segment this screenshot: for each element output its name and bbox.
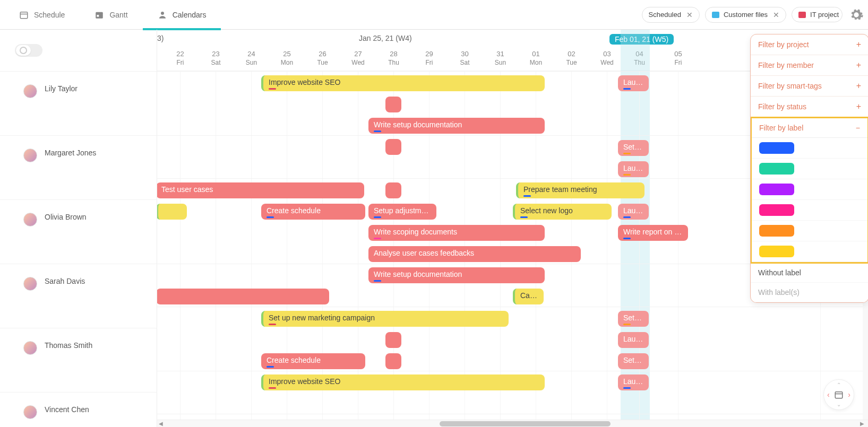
row-divider — [157, 307, 868, 307]
row-divider — [157, 371, 868, 371]
label-color-option[interactable] — [752, 200, 867, 221]
chip-it-project[interactable]: IT project — [792, 7, 843, 22]
chip-customer-files[interactable]: Customer files ✕ — [705, 7, 786, 23]
task-bar[interactable]: Setu… — [618, 140, 649, 156]
task-bar[interactable]: Create schedule — [261, 353, 365, 369]
filter-row[interactable]: Filter by status+ — [751, 97, 868, 117]
label-underline — [269, 324, 276, 325]
task-bar[interactable] — [385, 182, 401, 198]
label-color-option[interactable] — [752, 159, 867, 179]
task-bar[interactable]: Lau… — [618, 374, 649, 390]
plus-icon[interactable]: + — [856, 60, 861, 70]
tab-schedule[interactable]: Schedule — [4, 0, 80, 30]
avatar — [23, 213, 37, 226]
person-row[interactable]: Margaret Jones — [0, 135, 157, 199]
task-bar[interactable]: Setup adjustme… — [368, 204, 436, 220]
label-underline — [520, 216, 528, 218]
briefcase-icon — [798, 12, 806, 18]
label-color-option[interactable] — [752, 221, 867, 241]
plus-icon[interactable]: + — [856, 40, 861, 49]
day-column: 27Wed — [340, 50, 376, 67]
tab-label: Gantt — [109, 11, 127, 19]
task-bar[interactable]: Write setup documentation — [368, 118, 545, 134]
task-bar[interactable]: Lau… — [618, 332, 649, 348]
task-bar[interactable] — [157, 289, 329, 304]
chevron-left-icon[interactable]: ‹ — [827, 390, 830, 399]
color-swatch — [759, 246, 794, 257]
person-row[interactable]: Lily Taylor — [0, 71, 157, 135]
task-bar[interactable]: Create schedule — [261, 204, 365, 220]
grid-line — [571, 71, 572, 420]
topbar: Schedule Gantt Calendars Scheduled ✕ Cus… — [0, 0, 868, 30]
task-bar[interactable]: Setu… — [618, 311, 649, 327]
task-bar[interactable]: Lau… — [618, 75, 649, 91]
task-bar[interactable]: Write report on … — [618, 225, 688, 241]
person-row[interactable]: Vincent Chen — [0, 392, 157, 427]
day-column: 26Tue — [305, 50, 340, 67]
close-icon[interactable]: ✕ — [686, 11, 693, 19]
day-column: 01Mon — [518, 50, 554, 67]
gear-icon[interactable] — [849, 7, 864, 22]
task-bar[interactable]: Lau… — [618, 161, 649, 177]
task-bar[interactable]: Test user cases — [157, 182, 364, 198]
label-underline — [523, 195, 531, 197]
date-nav[interactable]: ⌃ ‹ › ⌄ — [823, 379, 854, 410]
person-row[interactable]: Thomas Smith — [0, 328, 157, 392]
day-column: 22Fri — [162, 50, 198, 67]
task-bar[interactable]: Improve website SEO — [261, 374, 545, 390]
scroll-thumb[interactable] — [440, 421, 611, 426]
chevron-right-icon[interactable]: › — [848, 390, 850, 399]
filter-row[interactable]: Filter by project+ — [751, 34, 868, 55]
plus-icon[interactable]: + — [856, 102, 861, 111]
label-color-option[interactable] — [752, 138, 867, 159]
task-bar[interactable]: Write scoping documents — [368, 225, 545, 241]
chevron-up-icon[interactable]: ⌃ — [837, 382, 841, 388]
horizontal-scrollbar[interactable]: ◀ ▶ — [157, 420, 868, 427]
plus-icon[interactable]: + — [856, 81, 861, 91]
filter-row[interactable]: Filter by member+ — [751, 55, 868, 76]
filter-without-label[interactable]: Without label — [751, 263, 868, 283]
tab-gantt[interactable]: Gantt — [80, 0, 142, 30]
task-bar[interactable]: Set up new marketing campaign — [261, 311, 509, 327]
label-color-option[interactable] — [752, 179, 867, 200]
task-bar[interactable] — [385, 332, 401, 348]
task-bar[interactable]: Lau… — [618, 204, 649, 220]
filter-with-labels[interactable]: With label(s) — [751, 283, 868, 302]
scroll-left-icon[interactable]: ◀ — [159, 421, 165, 427]
chip-scheduled[interactable]: Scheduled ✕ — [642, 7, 700, 23]
task-bar[interactable]: Setu… — [618, 353, 649, 369]
person-row[interactable]: Sarah Davis — [0, 264, 157, 328]
minus-icon[interactable]: − — [856, 124, 860, 132]
calendar-icon — [19, 10, 29, 20]
task-bar[interactable]: Select new logo — [513, 204, 612, 220]
label-underline — [267, 366, 274, 368]
task-bar[interactable] — [385, 139, 401, 155]
filter-label-header[interactable]: Filter by label− — [752, 118, 867, 138]
person-name: Thomas Smith — [45, 341, 92, 350]
row-divider — [157, 414, 868, 414]
task-bar[interactable] — [385, 97, 401, 112]
svg-rect-3 — [97, 15, 99, 17]
person-row[interactable]: Olivia Brown — [0, 199, 157, 264]
briefcase-icon — [712, 12, 719, 18]
label-underline — [374, 216, 381, 218]
task-bar[interactable]: Analyse user cases feedbacks — [368, 246, 581, 262]
task-bar[interactable] — [385, 353, 401, 369]
close-icon[interactable]: ✕ — [773, 11, 779, 19]
label-underline — [623, 387, 631, 389]
task-bar[interactable]: Write setup documentation — [368, 267, 545, 283]
label-underline — [269, 88, 276, 90]
label-color-option[interactable] — [752, 241, 867, 262]
label-underline — [623, 216, 631, 218]
task-bar[interactable]: Improve website SEO — [261, 75, 545, 91]
avatar — [23, 277, 37, 291]
filter-row[interactable]: Filter by smart-tags+ — [751, 76, 868, 97]
view-toggle[interactable] — [15, 44, 42, 57]
task-bar[interactable]: Call … — [513, 289, 544, 304]
tab-calendars[interactable]: Calendars — [143, 0, 221, 30]
day-column: 05Fri — [660, 50, 696, 67]
scroll-right-icon[interactable]: ▶ — [860, 421, 866, 427]
task-bar[interactable] — [157, 204, 187, 220]
task-bar[interactable]: Prepare team meeting — [516, 182, 644, 198]
chevron-down-icon[interactable]: ⌄ — [837, 402, 841, 407]
